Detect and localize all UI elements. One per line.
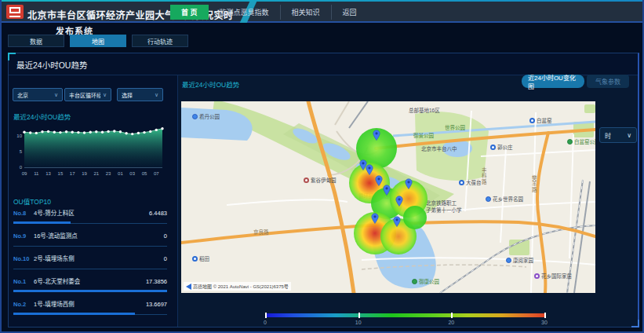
filter-select-1[interactable]: 丰台区循环经济产∨ <box>64 88 111 101</box>
map-label-text: 樊羊路 <box>531 175 537 193</box>
nav-item-0[interactable]: 首 页 <box>170 5 209 20</box>
map-button-0[interactable]: 近24小时OU变化图 <box>522 75 584 88</box>
map-label-text: 白盆窑 <box>537 118 552 123</box>
map-pin-marker-3[interactable] <box>383 185 391 199</box>
top-list-item-4: No.21号-填埋场西侧13.6697 <box>13 297 167 320</box>
legend-tick-mark-3 <box>544 313 546 318</box>
svg-text:15: 15 <box>58 171 64 176</box>
interval-select[interactable]: 时 ∨ <box>599 127 637 143</box>
top-item-bar-fill <box>13 290 167 292</box>
publish-tab-0[interactable]: 数据 <box>8 35 64 47</box>
map-label-10: 白盆窑 <box>529 118 552 123</box>
map-label-3: 北京市丰台八中 <box>421 146 457 152</box>
map-label-text: 稻田 <box>199 256 209 262</box>
svg-text:13: 13 <box>45 171 51 176</box>
map[interactable]: 看丹公园总部基地16区御景公园北京市丰台八中世界公园紫谷伊甸园大葆台北京铁路职工… <box>181 101 595 293</box>
map-label-14: 樊羊路 <box>531 175 537 193</box>
map-label-17: 稻田 <box>192 256 209 262</box>
park-poi-icon <box>567 139 573 145</box>
map-label-text: 总部基地16区 <box>409 108 440 113</box>
svg-text:01: 01 <box>118 171 123 176</box>
map-pin-marker-8[interactable] <box>359 159 367 174</box>
map-label-text: 白盆窑公园 <box>574 139 595 145</box>
nav-item-1[interactable]: 监测点恶臭指数 <box>209 5 281 20</box>
gray-poi-icon <box>304 177 309 183</box>
top-list-item-row: No.21号-填埋场西侧13.6697 <box>13 297 167 308</box>
top-list-item-3: No.16号-北天堂村委会17.3856 <box>13 274 167 297</box>
chevron-down-icon: ∨ <box>627 132 631 139</box>
map-label-text: 丰科路 <box>481 167 486 185</box>
top-list-item-0: No.84号-筛分上料区6.4483 <box>13 206 167 229</box>
map-pin-marker-5[interactable] <box>405 178 413 192</box>
top-item-value: 0 <box>164 255 167 262</box>
amap-logo-icon <box>186 284 191 290</box>
pin-icon <box>373 130 380 141</box>
map-pin-marker-7[interactable] <box>393 216 401 230</box>
top-item-bar-track <box>13 288 167 292</box>
pin-icon <box>383 185 391 196</box>
map-label-text: 御景公园 <box>413 133 434 138</box>
panel-title: 最近24小时OU趋势 <box>16 59 87 71</box>
legend-tick-label-0: 0 <box>257 320 273 325</box>
trend-chart-title: 最近24小时OU趋势 <box>13 112 71 121</box>
top-list-item-row: No.16号-北天堂村委会17.3856 <box>13 274 167 285</box>
legend-tick-mark-0 <box>265 313 267 318</box>
panel-corner-accent-br <box>631 320 639 328</box>
top-list-item-row: No.916号-流动监测点0 <box>13 229 167 240</box>
pin-icon <box>375 175 383 186</box>
nav-item-3[interactable]: 返回 <box>332 5 368 20</box>
map-label-text: 北京铁路职工 <box>426 200 457 206</box>
map-pin-marker-0[interactable] <box>373 130 380 144</box>
map-label-1: 总部基地16区 <box>409 108 440 113</box>
top-item-value: 6.4483 <box>149 210 167 217</box>
map-pin-marker-6[interactable] <box>371 213 379 227</box>
pin-icon <box>393 216 401 227</box>
chevron-down-icon: ∨ <box>54 92 58 98</box>
map-label-text: 花乡国际家居 <box>541 273 572 279</box>
map-label-18: 御康公园 <box>412 279 439 284</box>
map-label-7: 北京铁路职工 <box>426 200 457 206</box>
map-label-text: 郭公庄 <box>497 145 513 150</box>
svg-text:17: 17 <box>70 171 75 176</box>
map-label-text: 京良路 <box>253 229 269 235</box>
filter-select-0[interactable]: 北京∨ <box>13 88 63 101</box>
app-logo-icon <box>6 5 24 19</box>
nav-item-2[interactable]: 相关知识 <box>281 5 332 20</box>
metro-poi-icon <box>459 180 464 185</box>
top-item-rank: No.9 <box>13 232 34 240</box>
svg-text:09: 09 <box>22 171 27 176</box>
top-list-item-row: No.84号-筛分上料区6.4483 <box>13 206 167 217</box>
blue-poi-icon <box>486 196 491 202</box>
map-button-1[interactable]: 气象参数 <box>587 75 629 88</box>
top-item-name: 1号-填埋场西侧 <box>34 299 146 308</box>
svg-text:07: 07 <box>154 171 159 176</box>
top-item-rank: No.8 <box>13 210 34 217</box>
main-nav: 首 页监测点恶臭指数相关知识返回 <box>170 5 368 20</box>
top-item-name: 2号-填埋场东侧 <box>34 254 164 262</box>
map-label-text: 御康公园 <box>419 279 439 284</box>
panel-corner-accent <box>8 53 16 60</box>
top-item-name: 16号-流动监测点 <box>34 231 164 240</box>
map-section-title: 最近24小时OU趋势 <box>182 79 239 89</box>
map-pin-marker-2[interactable] <box>375 175 383 189</box>
svg-text:23: 23 <box>106 171 111 176</box>
map-label-8: 子弟第十一小学 <box>426 207 462 213</box>
top-list-title: OU值TOP10 <box>13 196 51 206</box>
publish-tab-2[interactable]: 行动轨迹 <box>132 35 188 47</box>
svg-text:05: 05 <box>142 171 147 176</box>
map-label-text: 看丹公园 <box>199 114 220 119</box>
main-panel: 最近24小时OU趋势 北京∨丰台区循环经济产∨选择∨ 最近24小时OU趋势 05… <box>8 53 639 328</box>
publish-tab-1[interactable]: 地图 <box>70 35 126 47</box>
metro-poi-icon <box>529 118 535 123</box>
top-list-item-row: No.102号-填埋场东侧0 <box>13 251 167 262</box>
filter-select-2[interactable]: 选择∨ <box>117 88 163 101</box>
legend-tick-mark-2 <box>451 313 453 318</box>
map-pin-marker-4[interactable] <box>395 196 403 210</box>
metro-poi-icon <box>490 145 496 150</box>
header: 北京市丰台区循环经济产业园大气恶臭状况实时 首 页监测点恶臭指数相关知识返回 <box>2 2 642 23</box>
svg-text:10: 10 <box>16 134 22 138</box>
metro-poi-icon <box>192 256 198 262</box>
trend-chart: 0510091113151719212301030507 <box>12 122 170 183</box>
pin-icon <box>359 159 367 170</box>
map-label-9: 花乡世界名园 <box>486 196 523 202</box>
